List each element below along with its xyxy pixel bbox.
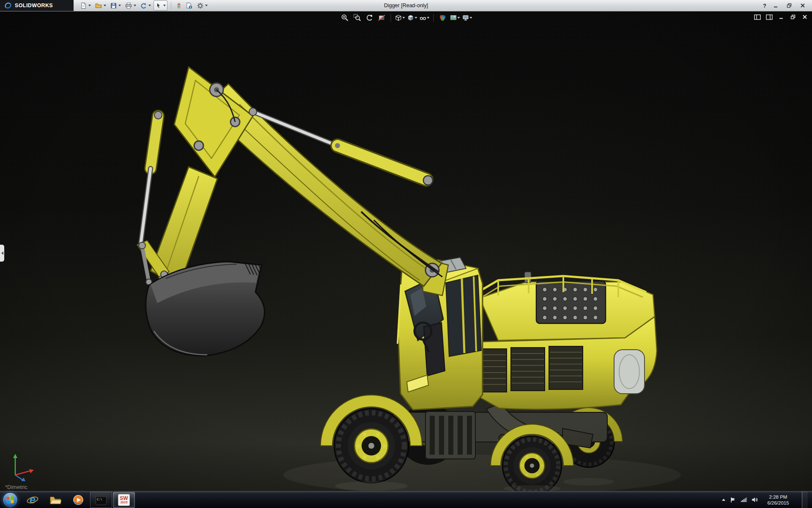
hide-show-glasses-icon (420, 14, 427, 22)
print-icon (125, 2, 132, 9)
previous-view-icon (365, 14, 374, 22)
show-desktop-button[interactable] (802, 491, 808, 508)
zoom-to-fit-button[interactable] (340, 13, 350, 23)
rebuild-stoplight-icon (176, 2, 182, 9)
toolbar-separator (171, 2, 171, 9)
rebuild-button[interactable] (175, 1, 183, 10)
close-icon (800, 3, 805, 8)
brand-text: SOLIDWORKS (15, 3, 53, 8)
zoom-to-area-icon (353, 14, 362, 22)
doc-close-button[interactable] (801, 14, 809, 20)
taskbar-file-explorer[interactable] (44, 492, 66, 508)
hide-show-items-button[interactable] (420, 13, 430, 23)
dropdown-arrow[interactable] (205, 5, 208, 6)
internet-explorer-icon: e (26, 494, 39, 506)
featuremanager-collapsed-tab[interactable] (0, 245, 4, 262)
minimize-button[interactable] (771, 2, 780, 9)
dropdown-arrow[interactable] (415, 17, 417, 19)
display-style-cube-icon (407, 14, 414, 22)
dropdown-arrow[interactable] (118, 5, 121, 6)
save-floppy-icon (110, 2, 117, 9)
print-button[interactable] (123, 1, 137, 10)
pane-split-right-icon (766, 14, 773, 20)
save-button[interactable] (109, 1, 122, 10)
rear-access-panel[interactable] (614, 350, 645, 394)
toolbar-separator (391, 14, 391, 22)
select-cursor-icon (155, 2, 162, 9)
clock[interactable]: 2:28 PM 6/26/2015 (763, 494, 794, 506)
media-player-icon (73, 494, 84, 505)
doc-minimize-button[interactable] (777, 14, 785, 20)
excavator-model[interactable] (137, 67, 681, 491)
section-view-button[interactable] (377, 13, 387, 23)
standard-toolbar (79, 0, 209, 11)
dassault-3ds-icon (4, 1, 12, 10)
taskbar-internet-explorer[interactable]: e (22, 492, 44, 508)
display-style-button[interactable] (407, 13, 417, 23)
doc-restore-button[interactable] (789, 14, 797, 20)
dropdown-arrow[interactable] (470, 17, 472, 19)
dropdown-arrow[interactable] (403, 17, 405, 19)
wheel-front-left[interactable] (334, 409, 409, 483)
options-button[interactable] (195, 1, 209, 10)
undo-icon (140, 2, 147, 9)
model-canvas[interactable] (0, 11, 812, 491)
network-icon[interactable] (741, 497, 747, 502)
taskbar-command-prompt[interactable]: C:\ (90, 492, 112, 508)
engine-housing[interactable] (470, 272, 657, 409)
pane-split-left-icon (754, 14, 761, 20)
solidworks-window: SOLIDWORKS (0, 0, 812, 508)
dropdown-arrow[interactable] (458, 17, 460, 19)
pane-split-left-button[interactable] (754, 14, 761, 20)
open-button[interactable] (93, 1, 107, 10)
minimize-icon (773, 3, 778, 8)
taskbar-solidworks[interactable]: SW 2015 (113, 492, 135, 508)
section-view-icon (378, 14, 386, 22)
file-properties-icon (186, 2, 193, 9)
restore-button[interactable] (785, 2, 793, 9)
volume-icon[interactable] (752, 497, 758, 502)
command-prompt-icon: C:\ (96, 495, 107, 505)
doc-minimize-icon (779, 14, 784, 19)
apply-scene-button[interactable] (450, 13, 460, 23)
radiator-block[interactable] (536, 281, 606, 323)
edit-appearance-icon (439, 14, 447, 22)
dropdown-arrow[interactable] (148, 5, 151, 6)
wheel-rear-left[interactable] (502, 436, 562, 491)
edit-appearance-button[interactable] (438, 13, 448, 23)
dropdown-arrow[interactable] (134, 5, 136, 6)
new-document-icon (80, 2, 87, 9)
previous-view-button[interactable] (365, 13, 375, 23)
dropdown-arrow[interactable] (88, 5, 91, 6)
select-button[interactable] (154, 0, 167, 11)
dropdown-arrow[interactable] (104, 5, 106, 6)
undo-button[interactable] (139, 1, 152, 10)
solidworks-logo: SOLIDWORKS (0, 0, 74, 11)
view-orientation-label: *Dimetric (5, 484, 27, 490)
clock-time: 2:28 PM (763, 494, 794, 500)
graphics-area[interactable]: *Dimetric (0, 11, 812, 491)
open-folder-icon (95, 2, 102, 9)
ie-orbit-ring (26, 496, 39, 504)
toolbar-separator (433, 14, 434, 22)
file-properties-button[interactable] (184, 1, 194, 10)
dropdown-arrow[interactable] (163, 5, 166, 6)
show-hidden-icons-button[interactable] (722, 499, 725, 501)
start-button[interactable] (3, 492, 18, 508)
zoom-to-area-button[interactable] (352, 13, 362, 23)
new-document-button[interactable] (79, 1, 92, 10)
taskbar-media-player[interactable] (67, 492, 89, 508)
pane-split-right-button[interactable] (765, 14, 773, 20)
grille-vents (473, 346, 583, 392)
help-button[interactable]: ? (763, 3, 766, 9)
headsup-view-toolbar (340, 13, 472, 23)
view-settings-button[interactable] (462, 13, 472, 23)
step-ladder[interactable] (425, 411, 475, 459)
title-bar: SOLIDWORKS (0, 0, 812, 11)
view-orientation-button[interactable] (395, 13, 405, 23)
folder-icon (49, 495, 61, 505)
taskbar: e C:\ (0, 491, 812, 508)
close-button[interactable] (798, 2, 807, 9)
dropdown-arrow[interactable] (427, 17, 430, 19)
action-center-flag-icon[interactable] (730, 497, 736, 503)
